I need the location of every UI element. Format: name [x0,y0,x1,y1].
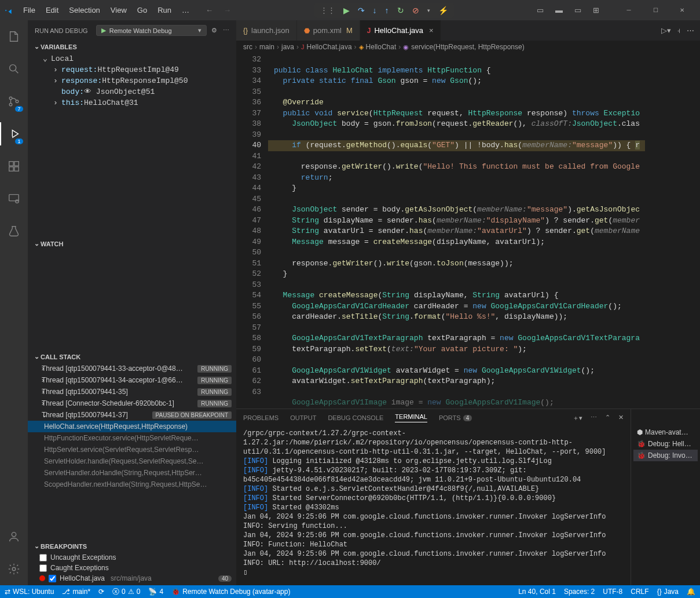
tab-pom-xml[interactable]: ⬣pom.xmlM [297,20,360,41]
step-out-icon[interactable]: ↑ [385,6,389,14]
status-branch[interactable]: ⎇main* [62,588,90,596]
bp-uncaught[interactable]: Uncaught Exceptions [28,552,236,563]
status-position[interactable]: Ln 40, Col 1 [518,588,556,596]
thread-row[interactable]: ›Thread [qtp1500079441-33-acceptor-0@48…… [28,363,236,374]
disconnect-chevron-icon[interactable]: ▾ [427,8,430,13]
tab-hellochat-java[interactable]: JHelloChat.java× [360,20,441,41]
sidebar-title: RUN AND DEBUG [35,27,88,34]
status-remote[interactable]: ⇄WSL: Ubuntu [5,588,54,596]
step-into-icon[interactable]: ↓ [373,6,377,14]
terminal-output[interactable]: /grpc/grpc-context/1.27.2/grpc-context-1… [236,426,631,585]
testing-icon[interactable] [0,220,28,243]
debug-config-dropdown[interactable]: ▶ Remote Watch Debug ▾ [96,25,207,36]
menu-more[interactable]: … [177,3,194,17]
bp-checkbox[interactable] [39,554,47,561]
source-control-icon[interactable]: 7 [0,90,28,113]
terminal-session[interactable]: ⬢Maven-avat… [633,426,698,438]
var-request[interactable]: ›request: HttpRequestImpl@49 [28,64,236,75]
more-icon[interactable]: ⋯ [223,27,229,34]
status-language[interactable]: {} Java [657,588,679,596]
disconnect-icon[interactable]: ⊘ [412,6,419,14]
tab-output[interactable]: OUTPUT [290,414,316,421]
variables-local[interactable]: ⌄Local [28,53,236,64]
tab-more-icon[interactable]: ⋯ [687,26,694,35]
explorer-icon[interactable] [0,25,28,48]
tab-close-icon[interactable]: × [429,26,434,35]
status-bell-icon[interactable]: 🔔 [687,588,695,596]
split-icon[interactable]: ⫞ [677,26,681,35]
status-errors[interactable]: ⓧ 0 ⚠ 0 [112,587,140,597]
hotreload-icon[interactable]: ⚡ [438,6,448,14]
stack-frame[interactable]: HelloChat.service(HttpRequest,HttpRespon… [28,421,236,432]
continue-icon[interactable]: ▶ [343,6,350,14]
menu-edit[interactable]: Edit [41,3,63,17]
status-sync[interactable]: ⟳ [98,588,104,596]
stack-frame[interactable]: HttpServlet.service(ServletRequest,Servl… [28,444,236,455]
account-icon[interactable] [0,525,28,548]
var-this[interactable]: ›this: HelloChat@31 [28,97,236,108]
thread-row[interactable]: ›Thread [Connector-Scheduler-6920b0bc-1]… [28,398,236,409]
code-area[interactable]: 3233343536373839▶40414243444546474849505… [236,53,700,409]
status-encoding[interactable]: UTF-8 [603,588,622,596]
step-over-icon[interactable]: ↷ [358,6,365,14]
menu-selection[interactable]: Selection [64,3,104,17]
maximize-panel-icon[interactable]: ⌃ [605,414,610,422]
stack-frame[interactable]: ScopedHandler.nextHandle(String,Request,… [28,479,236,490]
window-close[interactable]: ✕ [669,0,695,20]
callstack-section[interactable]: ⌄CALL STACK [28,351,236,363]
bp-file[interactable]: HelloChat.javasrc/main/java40 [28,573,236,584]
settings-gear-icon[interactable] [0,557,28,581]
var-response[interactable]: ›response: HttpResponseImpl@50 [28,75,236,86]
thread-row[interactable]: ›Thread [qtp1500079441-35]RUNNING [28,386,236,398]
window-maximize[interactable]: ☐ [642,0,669,20]
variables-section[interactable]: ⌄VARIABLES [28,41,236,53]
tab-debug-console[interactable]: DEBUG CONSOLE [328,414,383,421]
bp-caught[interactable]: Caught Exceptions [28,563,236,573]
window-minimize[interactable]: ─ [615,0,642,20]
close-panel-icon[interactable]: ✕ [618,414,624,422]
bp-checkbox[interactable] [39,564,47,572]
restart-icon[interactable]: ↻ [397,6,404,14]
extensions-icon[interactable] [0,155,28,178]
status-ports[interactable]: 📡4 [148,588,163,596]
watch-section[interactable]: ⌄WATCH [28,238,236,250]
stack-frame[interactable]: ServletHolder.handle(Request,ServletRequ… [28,455,236,467]
stack-frame[interactable]: HttpFunctionExecutor.service(HttpServlet… [28,432,236,444]
gear-icon[interactable]: ⚙ [211,27,217,34]
menu-file[interactable]: File [19,3,40,17]
menu-go[interactable]: Go [133,3,152,17]
minimap[interactable] [645,53,700,409]
code-content[interactable]: public class HelloChat implements HttpFu… [268,53,645,409]
paused-thread-row[interactable]: ⌄Thread [qtp1500079441-37]PAUSED ON BREA… [28,409,236,421]
status-eol[interactable]: CRLF [631,588,648,596]
remote-explorer-icon[interactable] [0,187,28,210]
drag-handle-icon[interactable]: ⋮⋮ [320,6,335,14]
status-debug[interactable]: 🐞Remote Watch Debug (avatar-app) [171,588,290,596]
nav-forward-icon[interactable]: → [223,6,231,14]
layout-primary-icon[interactable]: ▭ [537,6,544,14]
menu-run[interactable]: Run [153,3,176,17]
layout-secondary-icon[interactable]: ▭ [574,6,581,14]
layout-panel-icon[interactable]: ▬ [555,6,563,14]
tab-terminal[interactable]: TERMINAL [395,413,427,422]
nav-back-icon[interactable]: ← [206,6,213,14]
tab-problems[interactable]: PROBLEMS [243,414,278,421]
breakpoints-section[interactable]: ⌄BREAKPOINTS [28,540,236,552]
terminal-more-icon[interactable]: ⋯ [591,414,597,422]
breadcrumb[interactable]: src› main› java› JHelloChat.java› ◈Hello… [236,41,700,53]
stack-frame[interactable]: ServletHandler.doHandle(String,Request,H… [28,467,236,479]
bp-checkbox[interactable] [49,575,56,582]
layout-custom-icon[interactable]: ⊞ [593,6,599,14]
thread-row[interactable]: ›Thread [qtp1500079441-34-acceptor-1@66…… [28,374,236,386]
run-debug-icon[interactable]: 1 [0,122,28,145]
terminal-session[interactable]: 🐞Debug: Invo… [633,450,698,461]
run-icon[interactable]: ▷▾ [661,26,671,35]
tab-launch-json[interactable]: {}launch.json [236,20,297,41]
tab-ports[interactable]: PORTS4 [439,414,472,421]
terminal-session[interactable]: 🐞Debug: Hell… [633,438,698,450]
new-terminal-icon[interactable]: ＋▾ [573,414,582,422]
menu-view[interactable]: View [106,3,131,17]
search-icon[interactable] [0,57,28,81]
status-spaces[interactable]: Spaces: 2 [564,588,595,596]
var-body[interactable]: body: 👁 JsonObject@51 [28,86,236,97]
